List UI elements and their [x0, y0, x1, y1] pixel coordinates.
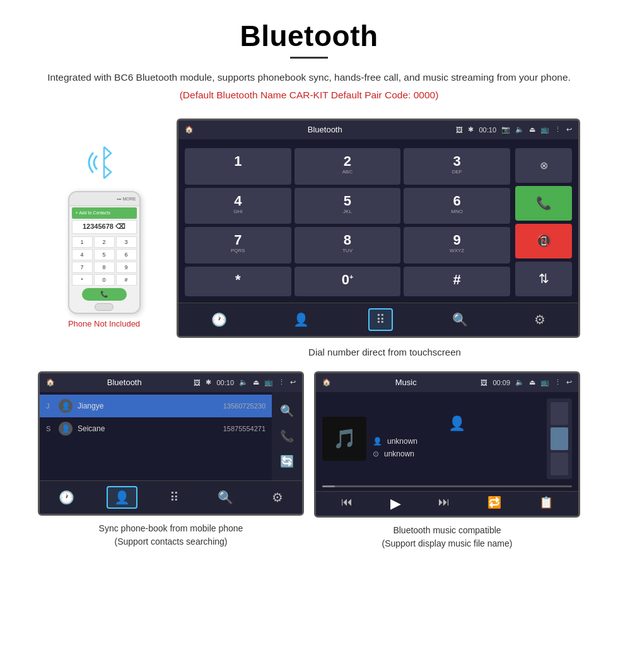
contact-row-seicane[interactable]: S 👤 Seicane 15875554271 [40, 417, 272, 440]
music-track-2: ⊙ unknown [373, 449, 540, 458]
next-button[interactable]: ⏭ [438, 495, 450, 512]
dial-key-5[interactable]: 5JKL [294, 188, 401, 224]
music-track-1: 👤 unknown [373, 437, 540, 446]
search-icon[interactable]: 🔍 [280, 404, 294, 418]
contact-avatar-s: 👤 [59, 422, 73, 436]
page-title: Bluetooth [38, 19, 580, 53]
eject-icon: ⏏ [529, 125, 535, 134]
eject-icon-3: ⏏ [529, 378, 535, 386]
backspace-icon: ⊗ [540, 159, 548, 171]
dial-key-0[interactable]: 0+ [294, 267, 401, 296]
music-caption-line2: (Support display music file name) [382, 538, 513, 548]
car-time-2: 00:10 [216, 379, 234, 386]
car-nav-dialpad-2[interactable]: ⠿ [163, 487, 185, 507]
dial-key-3[interactable]: 3DEF [404, 148, 510, 185]
end-call-button[interactable]: 📵 [515, 224, 572, 258]
dialpad-grid: 1 2ABC 3DEF 4GHI 5JKL 6MNO 7PQRS 8TUV 9W… [185, 148, 510, 296]
track-name-2: unknown [384, 449, 414, 458]
dial-key-8[interactable]: 8TUV [294, 227, 401, 264]
music-controls: ⏮ ▶ ⏭ 🔁 📋 [316, 491, 578, 516]
dial-key-hash[interactable]: # [404, 267, 510, 296]
music-info: 👤 👤 unknown ⊙ unknown [373, 415, 540, 462]
dial-actions: ⊗ 📞 📵 ⇅ [515, 148, 572, 296]
thumb-page-2 [551, 427, 568, 450]
bottom-screens: 🏠 Bluetooth 🖼 ✱ 00:10 🔈 ⏏ 📺 ⋮ ↩ J 👤 [38, 371, 580, 550]
end-call-icon: 📵 [536, 233, 552, 248]
play-button[interactable]: ▶ [390, 495, 401, 512]
call-button[interactable]: 📞 [515, 186, 572, 221]
car-status-bar-3: 🏠 Music 🖼 00:09 🔈 ⏏ 📺 ⋮ ↩ [316, 373, 578, 392]
home-icon[interactable]: 🏠 [185, 125, 194, 134]
contact-avatar-j: 👤 [59, 399, 73, 413]
dial-key-4[interactable]: 4GHI [185, 188, 291, 224]
car-screen-title-1: Bluetooth [199, 125, 451, 134]
photo-icon-2: 🖼 [194, 379, 201, 386]
dial-key-2[interactable]: 2ABC [294, 148, 401, 185]
track-name-1: unknown [387, 437, 417, 446]
phone-not-included: Phone Not Included [68, 319, 140, 328]
home-icon-3[interactable]: 🏠 [322, 378, 331, 386]
user-icon: 👤 [448, 415, 465, 431]
music-screen-wrap: 🏠 Music 🖼 00:09 🔈 ⏏ 📺 ⋮ ↩ 🎵 [314, 371, 580, 550]
menu-icon-2: ⋮ [278, 378, 285, 386]
contact-name-jiangye: Jiangye [78, 402, 218, 410]
dial-key-9[interactable]: 9WXYZ [404, 227, 510, 264]
music-right-thumb [547, 398, 572, 479]
volume-icon-2: 🔈 [239, 378, 248, 386]
backspace-button[interactable]: ⊗ [515, 148, 572, 183]
home-icon-2[interactable]: 🏠 [46, 378, 55, 386]
car-nav-search[interactable]: 🔍 [446, 310, 474, 330]
dial-key-7[interactable]: 7PQRS [185, 227, 291, 264]
thumb-page-1 [551, 402, 568, 425]
refresh-icon[interactable]: 🔄 [280, 455, 294, 468]
caption-left-spacer [38, 344, 170, 357]
call-icon: 📞 [536, 195, 552, 211]
dial-key-star[interactable]: * [185, 267, 291, 296]
title-underline [290, 57, 328, 59]
repeat-button[interactable]: 🔁 [487, 495, 501, 512]
music-content: 🎵 👤 👤 unknown ⊙ unknown [316, 392, 578, 485]
music-progress-fill [322, 485, 335, 487]
car-status-bar-2: 🏠 Bluetooth 🖼 ✱ 00:10 🔈 ⏏ 📺 ⋮ ↩ [40, 373, 302, 392]
phone-icon[interactable]: 📞 [280, 429, 294, 443]
phone-side: ••• MORE + Add to Contacts 12345678 ⌫ 1 … [38, 128, 170, 328]
dialpad-area: 1 2ABC 3DEF 4GHI 5JKL 6MNO 7PQRS 8TUV 9W… [178, 139, 578, 303]
track-sym: 👤 [373, 437, 382, 446]
bt-status-icon-2: ✱ [206, 378, 211, 386]
car-nav-search-2[interactable]: 🔍 [211, 487, 240, 507]
back-icon-2[interactable]: ↩ [290, 378, 296, 386]
car-nav-recent[interactable]: 🕐 [205, 310, 233, 330]
contact-row-jiangye[interactable]: J 👤 Jiangye 13560725230 [40, 395, 272, 417]
car-screen-music: 🏠 Music 🖼 00:09 🔈 ⏏ 📺 ⋮ ↩ 🎵 [314, 371, 580, 518]
car-nav-settings-2[interactable]: ⚙ [265, 487, 289, 507]
prev-button[interactable]: ⏮ [341, 495, 353, 512]
car-nav-settings[interactable]: ⚙ [528, 310, 552, 330]
red-note: (Default Bluetooth Name CAR-KIT Default … [38, 90, 580, 101]
album-sym: ⊙ [373, 449, 379, 458]
car-nav-recent-2[interactable]: 🕐 [52, 487, 81, 507]
contact-letter-s: S [46, 425, 54, 432]
contact-number-jiangye: 13560725230 [223, 402, 265, 410]
bluetooth-signal-icon [79, 141, 129, 185]
eject-icon-2: ⏏ [253, 378, 259, 386]
thumb-page-3 [551, 453, 568, 475]
music-caption-line1: Bluetooth music compatible [393, 525, 501, 535]
car-nav-contacts[interactable]: 👤 [287, 310, 315, 330]
list-button[interactable]: 📋 [539, 495, 553, 512]
photo-icon: 🖼 [456, 126, 463, 134]
swap-button[interactable]: ⇅ [515, 262, 572, 296]
car-nav-dialpad[interactable]: ⠿ [368, 308, 393, 331]
caption-row-1: Dial number direct from touchscreen [38, 344, 580, 357]
back-icon[interactable]: ↩ [566, 125, 572, 134]
dial-key-1[interactable]: 1 [185, 148, 291, 185]
camera-icon: 📷 [501, 125, 510, 134]
screen-icon-2: 📺 [264, 378, 273, 386]
volume-icon: 🔈 [515, 125, 524, 134]
back-icon-3[interactable]: ↩ [566, 378, 572, 386]
dial-key-6[interactable]: 6MNO [404, 188, 510, 224]
page-container: Bluetooth Integrated with BC6 Bluetooth … [0, 0, 618, 576]
car-nav-contacts-2[interactable]: 👤 [107, 486, 137, 509]
music-caption: Bluetooth music compatible (Support disp… [314, 524, 580, 550]
car-status-bar-1: 🏠 Bluetooth 🖼 ✱ 00:10 📷 🔈 ⏏ 📺 ⋮ ↩ [178, 120, 578, 139]
contacts-screen-wrap: 🏠 Bluetooth 🖼 ✱ 00:10 🔈 ⏏ 📺 ⋮ ↩ J 👤 [38, 371, 304, 550]
